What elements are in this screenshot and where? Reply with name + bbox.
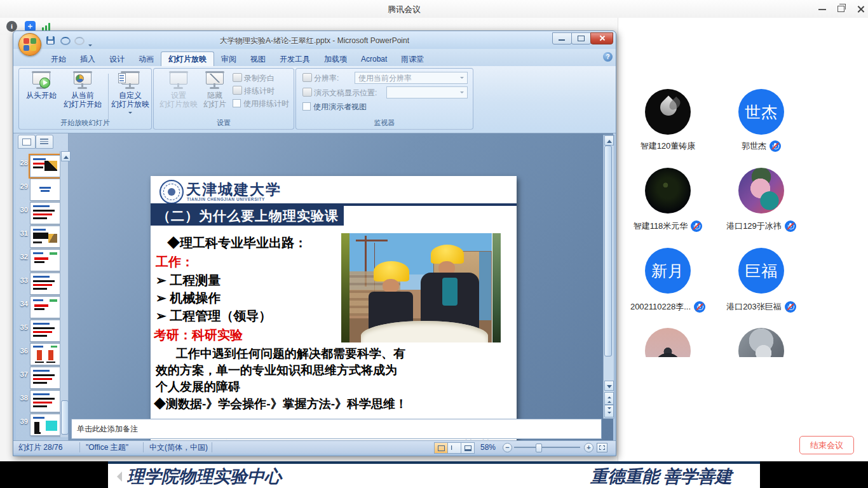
slide-thumbnail[interactable]	[30, 343, 60, 365]
slide-thumbnail[interactable]	[30, 414, 60, 436]
normal-view-button[interactable]	[434, 442, 448, 454]
resolution-dropdown[interactable]: 使用当前分辨率	[355, 72, 468, 84]
avatar[interactable]	[645, 89, 691, 135]
help-icon[interactable]: ?	[603, 52, 613, 62]
slide-thumbnail[interactable]	[30, 296, 60, 318]
slide-item: ➢ 工程管理（领导）	[156, 308, 271, 325]
slide-number: 31	[16, 229, 28, 237]
slide-thumbnail[interactable]	[30, 226, 60, 248]
participant-name: 郭世杰	[707, 140, 815, 152]
zoom-out-button[interactable]: −	[503, 443, 512, 452]
slide-sorter-view-button[interactable]	[447, 442, 461, 454]
slide-thumbnail-selected[interactable]	[30, 155, 60, 177]
end-meeting-button[interactable]: 结束会议	[799, 436, 854, 454]
tab-animations[interactable]: 动画	[132, 53, 161, 65]
slide-item: ➢ 机械操作	[156, 290, 220, 307]
slides-tab[interactable]	[18, 135, 36, 149]
slide-thumbnail[interactable]	[30, 249, 60, 271]
fit-to-window-button[interactable]	[597, 443, 607, 452]
minimize-icon[interactable]	[818, 9, 826, 10]
thumbnail-scrollbar[interactable]	[60, 151, 68, 437]
photo-strip-right	[492, 233, 501, 342]
close-icon[interactable]	[857, 5, 865, 13]
ribbon-tab-row: 开始 插入 设计 动画 幻灯片放映 审阅 视图 开发工具 加载项 Acrobat…	[13, 49, 616, 66]
zoom-slider-thumb[interactable]	[536, 444, 542, 452]
muted-mic-icon	[691, 220, 702, 232]
slide-thumbnail[interactable]	[30, 273, 60, 295]
participant-name: 港口203张巨福	[707, 301, 815, 313]
scroll-down-icon[interactable]	[604, 381, 614, 391]
next-slide-icon[interactable]	[604, 405, 614, 417]
scroll-up-icon[interactable]	[61, 151, 71, 161]
theme-name[interactable]: "Office 主题"	[86, 442, 128, 452]
rehearse-timings-button[interactable]: 排练计时	[233, 86, 275, 96]
meeting-title: 腾讯会议	[0, 4, 808, 15]
language-indicator[interactable]: 中文(简体，中国)	[149, 442, 208, 452]
notes-placeholder: 单击此处添加备注	[77, 424, 138, 433]
photo-strip-left	[341, 233, 349, 342]
tab-home[interactable]: 开始	[44, 53, 73, 65]
slide-bullet-head: ◆理工科专业毕业出路：	[167, 234, 307, 252]
avatar[interactable]: 巨福	[738, 248, 784, 294]
powerpoint-window: 大学物理实验A-绪论-王翠红.pptx - Microsoft PowerPoi…	[13, 30, 616, 456]
canvas-scrollbar[interactable]	[603, 135, 614, 419]
tab-slideshow[interactable]: 幻灯片放映	[161, 51, 214, 67]
slide-thumbnail[interactable]	[30, 202, 60, 224]
from-current-slide-button[interactable]: 从当前 幻灯片开始	[62, 71, 103, 109]
scroll-up-icon[interactable]	[604, 135, 614, 146]
restore-icon[interactable]	[837, 6, 844, 12]
custom-slideshow-button[interactable]: 自定义 幻灯片放映	[111, 71, 150, 118]
office-button[interactable]	[18, 33, 41, 56]
avatar[interactable]	[738, 168, 784, 214]
slide-number: 32	[16, 253, 28, 261]
avatar[interactable]	[645, 328, 691, 357]
tab-acrobat[interactable]: Acrobat	[354, 53, 394, 65]
show-on-icon	[302, 88, 312, 97]
checkbox-icon	[302, 102, 311, 111]
zoom-in-button[interactable]: +	[584, 443, 593, 452]
tab-developer[interactable]: 开发工具	[273, 53, 317, 65]
ppt-minimize-button[interactable]	[552, 32, 572, 44]
tab-view[interactable]: 视图	[243, 53, 273, 65]
show-presentation-on-dropdown[interactable]	[386, 86, 468, 98]
record-narration-button[interactable]: 录制旁白	[233, 73, 275, 83]
hide-slide-icon	[205, 72, 224, 89]
avatar[interactable]	[645, 168, 691, 214]
avatar[interactable]	[738, 328, 784, 357]
slide-thumbnail[interactable]	[30, 390, 60, 412]
notes-area[interactable]: 单击此处添加备注	[71, 419, 602, 439]
ppt-restore-button[interactable]	[571, 32, 591, 44]
slide-number: 39	[16, 417, 28, 425]
setup-slideshow-button[interactable]: 设置 幻灯片放映	[159, 71, 198, 109]
undo-icon[interactable]	[60, 37, 71, 45]
ppt-window-title: 大学物理实验A-绪论-王翠红.pptx - Microsoft PowerPoi…	[13, 36, 616, 46]
zoom-slider[interactable]	[514, 447, 580, 448]
tab-addins[interactable]: 加载项	[317, 53, 354, 65]
tab-insert[interactable]: 插入	[73, 53, 102, 65]
slideshow-view-button[interactable]	[461, 442, 475, 454]
from-beginning-button[interactable]: 从头开始	[23, 71, 60, 100]
slide-title: （二）为什么要上物理实验课	[157, 207, 339, 225]
tab-design[interactable]: 设计	[102, 53, 132, 65]
hide-slide-button[interactable]: 隐藏 幻灯片	[201, 71, 229, 109]
meeting-titlebar: 腾讯会议	[0, 0, 868, 18]
save-icon[interactable]	[46, 36, 55, 44]
use-timings-checkbox[interactable]: 使用排练计时	[233, 98, 289, 109]
outline-tab[interactable]	[36, 135, 53, 149]
ppt-close-button[interactable]	[590, 32, 613, 44]
avatar[interactable]: 世杰	[738, 89, 784, 135]
presenter-view-checkbox[interactable]: 使用演示者视图	[302, 102, 367, 112]
slide-thumbnail[interactable]	[30, 320, 60, 342]
avatar[interactable]: 新月	[645, 248, 691, 294]
slide-thumbnail[interactable]	[30, 179, 60, 201]
tab-yuketang[interactable]: 雨课堂	[394, 53, 431, 65]
slide-canvas[interactable]: 天津城建大学 TIANJIN CHENGJIAN UNIVERSITY （二）为…	[151, 176, 517, 444]
muted-mic-icon	[785, 301, 796, 313]
tab-review[interactable]: 审阅	[214, 53, 243, 65]
ppt-titlebar[interactable]: 大学物理实验A-绪论-王翠红.pptx - Microsoft PowerPoi…	[13, 31, 616, 49]
dropdown-icon	[128, 112, 132, 116]
previous-slide-icon[interactable]	[604, 392, 614, 405]
network-signal-icon	[42, 23, 52, 30]
redo-icon[interactable]	[74, 37, 85, 45]
slide-thumbnail[interactable]	[30, 367, 60, 389]
